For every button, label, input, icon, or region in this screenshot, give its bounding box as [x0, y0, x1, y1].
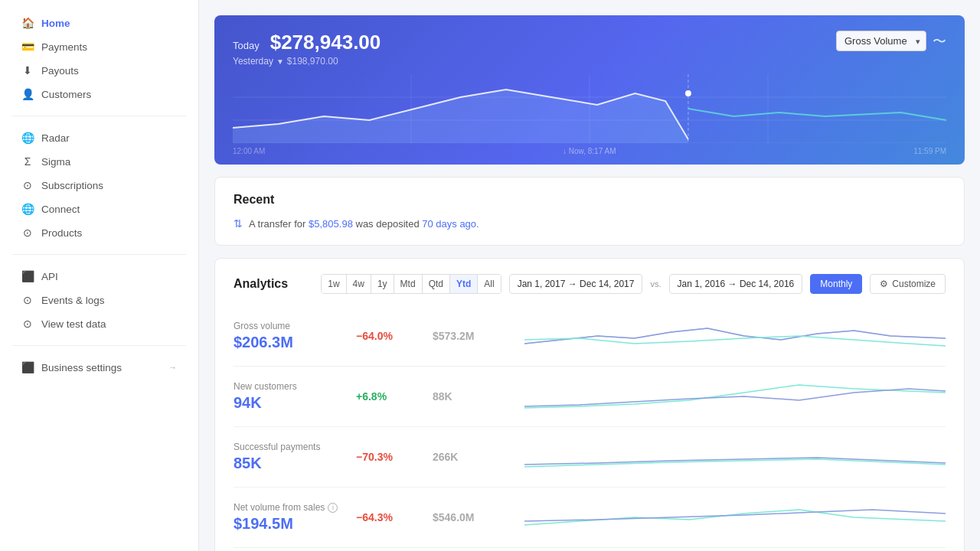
info-icon-net-volume[interactable]: i [328, 503, 338, 513]
sidebar-item-home[interactable]: 🏠 Home [6, 11, 192, 34]
time-btn-1y[interactable]: 1y [371, 275, 394, 293]
metric-main-successful-payments: Successful payments 85K [234, 442, 356, 472]
sidebar-item-label: Products [41, 227, 82, 239]
date-range-compare[interactable]: Jan 1, 2016 → Dec 14, 2016 [669, 274, 803, 294]
gear-icon: ⚙ [880, 279, 888, 289]
time-btn-all[interactable]: All [478, 275, 500, 293]
home-icon: 🏠 [21, 17, 34, 29]
sidebar-item-label: Business settings [41, 362, 122, 373]
metric-compare-new-customers: 88K [433, 390, 524, 403]
sidebar-item-label: Connect [41, 204, 80, 215]
transfer-icon: ⇅ [234, 217, 243, 230]
sidebar-item-products[interactable]: ⊙ Products [6, 221, 192, 244]
subscriptions-icon: ⊙ [21, 179, 34, 191]
metric-value-successful-payments: 85K [234, 455, 356, 472]
chart-label-end: 11:59 PM [913, 147, 946, 155]
sigma-icon: Σ [21, 155, 34, 168]
transfer-amount-link[interactable]: $5,805.98 [309, 218, 353, 230]
sidebar-item-label: Home [41, 18, 70, 29]
sidebar-item-payouts[interactable]: ⬇ Payouts [6, 59, 192, 82]
time-btn-mtd[interactable]: Mtd [394, 275, 423, 293]
monthly-button[interactable]: Monthly [810, 274, 862, 294]
metric-change-gross-volume: −64.0% [356, 330, 433, 342]
customers-icon: 👤 [21, 88, 34, 100]
chart-label-cursor: ↓ Now, 8:17 AM [563, 147, 616, 155]
events-icon: ⊙ [21, 294, 34, 306]
hero-chart: 12:00 AM ↓ Now, 8:17 AM 11:59 PM [233, 74, 946, 151]
hero-controls: Gross VolumeNet VolumePayments 〜 [836, 31, 946, 51]
sidebar-settings-section: ⬛ Business settings → [0, 352, 198, 383]
settings-icon: ⬛ [21, 361, 34, 373]
metric-label-new-customers: New customers [234, 381, 356, 392]
vs-label: vs. [650, 279, 661, 289]
sidebar-divider-3 [12, 345, 186, 346]
metric-compare-successful-payments: 266K [433, 451, 524, 463]
payouts-icon: ⬇ [21, 64, 34, 77]
time-btn-1w[interactable]: 1w [322, 275, 346, 293]
time-btn-qtd[interactable]: Qtd [423, 275, 450, 293]
chart-labels: 12:00 AM ↓ Now, 8:17 AM 11:59 PM [233, 147, 946, 155]
metric-chart-new-customers [524, 377, 946, 416]
hero-chart-svg [233, 74, 946, 143]
api-icon: ⬛ [21, 270, 34, 282]
sidebar-item-api[interactable]: ⬛ API [6, 265, 192, 288]
sidebar-item-radar[interactable]: 🌐 Radar [6, 126, 192, 149]
sidebar-item-connect[interactable]: 🌐 Connect [6, 197, 192, 220]
main-content: Today $278,943.00 Yesterday ▼ $198,970.0… [199, 0, 980, 551]
metric-main-gross-volume: Gross volume $206.3M [234, 321, 356, 351]
metric-row-successful-payments: Successful payments 85K −70.3% 266K [234, 426, 946, 487]
today-amount: $278,943.00 [270, 31, 381, 54]
sidebar-item-label: API [41, 271, 58, 282]
metric-row-avg-revenue: Average revenue per customer i $250.66 −… [234, 547, 946, 551]
sidebar-item-customers[interactable]: 👤 Customers [6, 83, 192, 106]
sidebar-item-subscriptions[interactable]: ⊙ Subscriptions [6, 174, 192, 197]
metric-label-gross-volume: Gross volume [234, 321, 356, 331]
today-label: Today [233, 40, 260, 51]
analytics-header: Analytics 1w 4w 1y Mtd Qtd Ytd All Jan 1… [234, 274, 946, 294]
hero-title-row: Today $278,943.00 [233, 31, 381, 54]
gross-volume-select[interactable]: Gross VolumeNet VolumePayments [836, 31, 926, 51]
gross-volume-select-wrapper[interactable]: Gross VolumeNet VolumePayments [836, 31, 926, 51]
payments-icon: 💳 [21, 41, 34, 53]
metric-row-gross-volume: Gross volume $206.3M −64.0% $573.2M [234, 306, 946, 366]
transfer-time-link[interactable]: 70 days ago. [422, 218, 479, 230]
radar-icon: 🌐 [21, 132, 34, 144]
analytics-controls: 1w 4w 1y Mtd Qtd Ytd All Jan 1, 2017 → D… [321, 274, 946, 294]
time-range-buttons: 1w 4w 1y Mtd Qtd Ytd All [321, 274, 501, 294]
date-range-current[interactable]: Jan 1, 2017 → Dec 14, 2017 [509, 274, 643, 294]
sidebar-item-label: View test data [41, 318, 106, 330]
metric-row-net-volume: Net volume from sales i $194.5M −64.3% $… [234, 487, 946, 547]
time-btn-4w[interactable]: 4w [347, 275, 371, 293]
down-arrow-icon: ▼ [276, 57, 284, 66]
customize-button[interactable]: ⚙ Customize [870, 274, 946, 294]
chart-type-icon[interactable]: 〜 [933, 32, 946, 51]
metric-value-new-customers: 94K [234, 394, 356, 412]
sidebar-item-label: Payouts [41, 65, 79, 77]
sidebar-item-events-logs[interactable]: ⊙ Events & logs [6, 289, 192, 311]
sidebar-item-label: Events & logs [41, 295, 105, 306]
sidebar-item-payments[interactable]: 💳 Payments [6, 35, 192, 58]
hero-title-section: Today $278,943.00 Yesterday ▼ $198,970.0… [233, 31, 381, 67]
sidebar-tools-section: 🌐 Radar Σ Sigma ⊙ Subscriptions 🌐 Connec… [0, 122, 198, 248]
sidebar-item-label: Customers [41, 89, 91, 100]
sidebar-item-business-settings[interactable]: ⬛ Business settings → [6, 356, 192, 379]
metrics-list: Gross volume $206.3M −64.0% $573.2M [234, 306, 946, 551]
sidebar-item-label: Sigma [41, 156, 70, 168]
analytics-card: Analytics 1w 4w 1y Mtd Qtd Ytd All Jan 1… [214, 258, 965, 551]
products-icon: ⊙ [21, 227, 34, 239]
metric-change-net-volume: −64.3% [356, 511, 433, 523]
recent-text: A transfer for $5,805.98 was deposited 7… [249, 218, 479, 230]
sidebar-item-label: Radar [41, 132, 70, 144]
metric-compare-net-volume: $546.0M [433, 511, 524, 523]
metric-change-successful-payments: −70.3% [356, 451, 433, 463]
sidebar-item-sigma[interactable]: Σ Sigma [6, 150, 192, 173]
time-btn-ytd[interactable]: Ytd [450, 275, 478, 293]
yesterday-row: Yesterday ▼ $198,970.00 [233, 56, 381, 67]
metric-chart-gross-volume [524, 317, 946, 355]
metric-label-successful-payments: Successful payments [234, 442, 356, 452]
metric-chart-net-volume [524, 498, 946, 536]
recent-card: Recent ⇅ A transfer for $5,805.98 was de… [214, 177, 965, 246]
sidebar-item-view-test-data[interactable]: ⊙ View test data [6, 312, 192, 335]
sidebar: 🏠 Home 💳 Payments ⬇ Payouts 👤 Customers … [0, 0, 199, 551]
hero-card: Today $278,943.00 Yesterday ▼ $198,970.0… [214, 15, 965, 165]
